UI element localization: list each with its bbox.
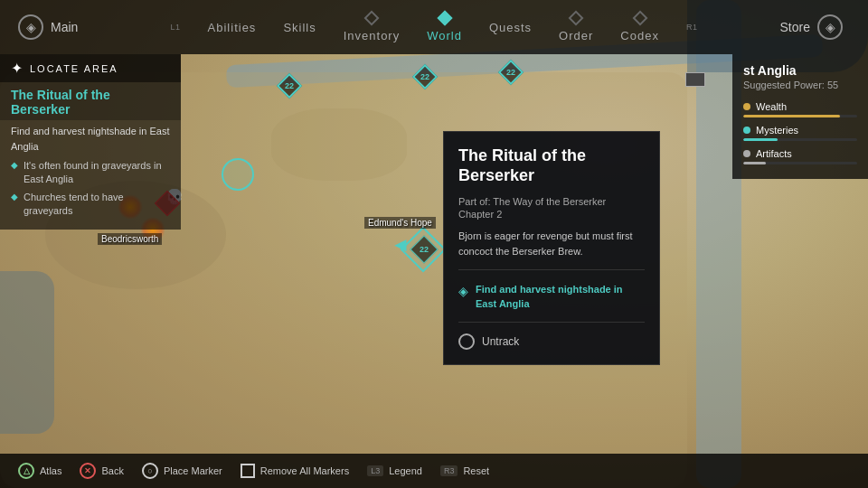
nav-center: L1 Abilities Skills Inventory World Ques…	[145, 13, 723, 42]
codex-diamond	[632, 10, 647, 25]
objective-icon: ◈	[458, 284, 468, 298]
remove-markers-icon	[241, 464, 255, 478]
quest-desc-text: Find and harvest nightshade in East Angl…	[11, 124, 170, 154]
stat-artifacts: Artifacts	[743, 148, 857, 164]
back-button[interactable]: ✕ Back	[80, 463, 123, 479]
region-power: Suggested Power: 55	[743, 80, 857, 90]
atlas-btn-icon: △	[18, 463, 34, 479]
nav-btn-l1: L1	[171, 23, 181, 32]
place-marker-button[interactable]: ○ Place Marker	[142, 463, 222, 479]
place-label-edmunds-hope: Edmund's Hope	[364, 217, 436, 229]
artifacts-bar-fill	[743, 162, 766, 164]
atlas-btn-label: Atlas	[40, 465, 61, 476]
nav-item-inventory[interactable]: Inventory	[344, 13, 400, 42]
popup-objective: ◈ Find and harvest nightshade in East An…	[458, 283, 645, 323]
settlement-beodricsworth[interactable]	[222, 158, 254, 191]
nav-item-abilities[interactable]: Abilities	[208, 21, 257, 34]
region-panel: st Anglia Suggested Power: 55 Wealth Mys…	[732, 54, 868, 179]
reset-btn-tag: R3	[440, 465, 458, 476]
stat-mysteries-label: Mysteries	[743, 125, 857, 136]
wealth-bar-fill	[743, 115, 840, 117]
remove-markers-button[interactable]: Remove All Markers	[241, 464, 349, 478]
bottom-bar: △ Atlas ✕ Back ○ Place Marker Remove All…	[0, 454, 868, 488]
world-diamond	[437, 10, 452, 25]
mysteries-text: Mysteries	[756, 125, 798, 136]
reset-button[interactable]: R3 Reset	[440, 465, 489, 476]
quest-popup-card: The Ritual of the Berserker Part of: The…	[443, 131, 660, 365]
nav-label-world: World	[427, 29, 462, 42]
order-diamond	[569, 10, 584, 25]
region-partial-name: st Anglia	[743, 63, 797, 78]
back-btn-icon: ✕	[80, 463, 96, 479]
artifacts-text: Artifacts	[756, 148, 792, 159]
legend-button[interactable]: L3 Legend	[367, 465, 422, 476]
artifacts-dot	[743, 150, 750, 157]
remove-markers-label: Remove All Markers	[260, 465, 349, 476]
reset-label: Reset	[463, 465, 489, 476]
objective-text: Find and harvest nightshade in East Angl…	[476, 283, 645, 311]
nav-label-codex: Codex	[620, 29, 659, 42]
main-label: Main	[51, 20, 78, 34]
hint-bullet-1: ◆	[11, 160, 18, 170]
hint-text-1: It's often found in graveyards in East A…	[24, 159, 170, 187]
nav-label-skills: Skills	[283, 21, 316, 34]
nav-label-inventory: Inventory	[344, 29, 400, 42]
nav-item-skills[interactable]: Skills	[283, 21, 316, 34]
nav-btn-r1: R1	[686, 23, 698, 32]
nav-right: Store ◈	[723, 14, 868, 40]
artifacts-bar-bg	[743, 162, 857, 164]
place-marker-label: Place Marker	[164, 465, 222, 476]
region-header: st Anglia Suggested Power: 55	[732, 54, 868, 94]
untrack-label: Untrack	[482, 335, 519, 348]
stat-artifacts-label: Artifacts	[743, 148, 857, 159]
nav-label-abilities: Abilities	[208, 21, 257, 34]
nav-item-quests[interactable]: Quests	[489, 21, 532, 34]
untrack-circle-icon	[458, 333, 475, 350]
nav-label-order: Order	[559, 29, 593, 42]
popup-chapter: Chapter 2	[458, 209, 645, 220]
nav-item-l1[interactable]: L1	[171, 23, 181, 32]
mysteries-dot	[743, 127, 750, 134]
untrack-button[interactable]: Untrack	[458, 333, 645, 350]
stat-mysteries: Mysteries	[743, 125, 857, 141]
nav-item-r1[interactable]: R1	[686, 23, 698, 32]
locate-icon: ✦	[11, 60, 23, 77]
region-stats: Wealth Mysteries Artifacts	[732, 94, 868, 179]
nav-label-quests: Quests	[489, 21, 532, 34]
locate-title: LOCATE AREA	[30, 63, 118, 74]
top-navigation: ◈ Main L1 Abilities Skills Inventory Wor…	[0, 0, 868, 54]
nav-main[interactable]: ◈ Main	[0, 14, 145, 40]
nav-item-order[interactable]: Order	[559, 13, 593, 42]
store-label: Store	[780, 20, 810, 34]
nav-item-codex[interactable]: Codex	[620, 13, 659, 42]
hint-2: ◆ Churches tend to have graveyards	[11, 191, 170, 219]
back-btn-label: Back	[101, 465, 123, 476]
popup-part: Part of: The Way of the Berserker	[458, 196, 645, 207]
wealth-text: Wealth	[756, 101, 787, 112]
mysteries-bar-bg	[743, 138, 857, 141]
stat-wealth-label: Wealth	[743, 101, 857, 112]
nav-item-world[interactable]: World	[427, 13, 462, 42]
hint-text-2: Churches tend to have graveyards	[24, 191, 170, 219]
mysteries-bar-fill	[743, 138, 778, 141]
quest-description-panel: Find and harvest nightshade in East Angl…	[0, 120, 181, 230]
main-icon: ◈	[18, 14, 43, 40]
place-label-beodricsworth: Beodricsworth	[98, 233, 162, 245]
popup-description: Bjorn is eager for revenge but must firs…	[458, 229, 645, 270]
quest-name: The Ritual of the Berserker	[0, 82, 181, 120]
atlas-button[interactable]: △ Atlas	[18, 463, 61, 479]
legend-label: Legend	[389, 465, 422, 476]
region-name: st Anglia	[743, 63, 857, 78]
wealth-bar-bg	[743, 115, 857, 117]
locate-header: ✦ LOCATE AREA	[0, 54, 181, 82]
legend-btn-tag: L3	[367, 465, 383, 476]
locate-panel: ✦ LOCATE AREA The Ritual of the Berserke…	[0, 54, 181, 230]
inventory-diamond	[363, 10, 379, 25]
hint-1: ◆ It's often found in graveyards in East…	[11, 159, 170, 187]
stat-wealth: Wealth	[743, 101, 857, 117]
place-marker-icon: ○	[142, 463, 158, 479]
hint-bullet-2: ◆	[11, 192, 18, 202]
wealth-dot	[743, 103, 750, 110]
minimap-marker	[685, 72, 705, 87]
store-icon[interactable]: ◈	[817, 14, 843, 40]
